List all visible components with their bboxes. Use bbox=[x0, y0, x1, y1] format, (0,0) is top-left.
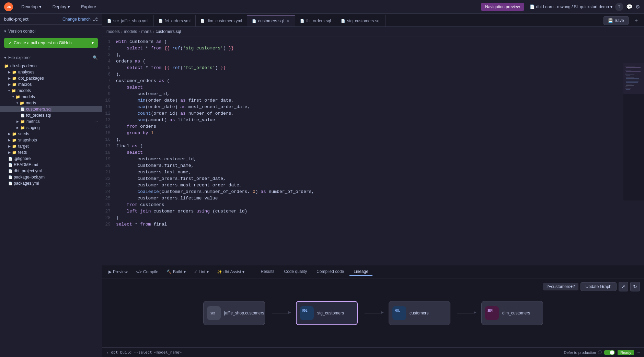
lineage-node-stg-customers[interactable]: MDL stg_customers bbox=[296, 301, 358, 325]
file-tree-item[interactable]: ▶ 📁 analyses bbox=[0, 69, 102, 75]
file-icon: 📄 bbox=[21, 114, 25, 117]
file-tree-item[interactable]: ▶ 📁 macros bbox=[0, 81, 102, 88]
preview-button[interactable]: ▶ Preview bbox=[105, 267, 131, 277]
chevron-right-icon: ▶ bbox=[8, 77, 11, 80]
chevron-down-icon: ▾ bbox=[12, 95, 14, 99]
file-tree-item[interactable]: ▾ 📁 models bbox=[0, 88, 102, 94]
results-tab[interactable]: Results bbox=[256, 268, 278, 276]
file-tree-item[interactable]: ▶ 📁 tests bbox=[0, 149, 102, 156]
folder-icon: 📁 bbox=[4, 64, 9, 68]
tab-close-icon[interactable]: ✕ bbox=[286, 19, 290, 24]
defer-toggle-switch[interactable] bbox=[604, 350, 615, 355]
folder-icon: 📁 bbox=[20, 119, 25, 124]
file-tree-item[interactable]: 📄 packages.yml bbox=[0, 180, 102, 186]
folder-icon: 📁 bbox=[12, 150, 17, 155]
chevron-right-icon: ▶ bbox=[8, 70, 11, 74]
file-tree-item[interactable]: ▶ 📁 dbt_packages bbox=[0, 75, 102, 81]
file-tree-item[interactable]: ▶ 📁 seeds bbox=[0, 131, 102, 137]
code-line: 23 customer_orders.most_recent_order_dat… bbox=[102, 183, 644, 189]
build-dropdown-icon: ▾ bbox=[184, 269, 186, 274]
lineage-tab[interactable]: Lineage bbox=[349, 268, 372, 276]
explore-nav-item[interactable]: Explore bbox=[78, 3, 99, 11]
code-editor-container: 1 with customers as ( 2 select * from {{… bbox=[102, 36, 644, 265]
file-tree-item[interactable]: 📄 README.md bbox=[0, 162, 102, 168]
change-branch-button[interactable]: Change branch bbox=[62, 17, 91, 22]
tab-fct-orders-sql[interactable]: 📄 fct_orders.sql bbox=[295, 15, 336, 26]
chevron-right-icon: ▶ bbox=[16, 120, 19, 123]
code-editor[interactable]: 1 with customers as ( 2 select * from {{… bbox=[102, 36, 644, 265]
sidebar-top: build-project Change branch ⎇ bbox=[0, 14, 102, 25]
file-tree-item[interactable]: ▶ 📁 metrics ··· bbox=[0, 118, 102, 125]
lineage-node-dim-customers[interactable]: SEM dim_customers bbox=[481, 301, 543, 325]
file-tree-item[interactable]: ▶ 📁 snapshots bbox=[0, 137, 102, 143]
build-button[interactable]: 🔨 Build ▾ bbox=[163, 267, 189, 277]
file-tree-item[interactable]: 📄 dbt_project.yml bbox=[0, 168, 102, 174]
code-line: 10 min(order_date) as first_order_date, bbox=[102, 98, 644, 104]
fct-orders-sql-item[interactable]: 📄 fct_orders.sql bbox=[0, 112, 102, 118]
help-icon[interactable]: ? bbox=[615, 3, 623, 11]
svg-rect-26 bbox=[302, 313, 306, 313]
tab-stg-customers-sql[interactable]: 📄 stg_customers.sql bbox=[336, 15, 386, 26]
add-tab-button[interactable]: + bbox=[631, 15, 641, 26]
code-line: 5 select * from {{ ref('fct_orders') }} bbox=[102, 65, 644, 72]
file-tree-item[interactable]: 📁 db-sl-qs-demo bbox=[0, 63, 102, 69]
search-icon[interactable]: 🔍 bbox=[93, 55, 98, 60]
code-line: 21 customers.last_name, bbox=[102, 170, 644, 176]
refresh-graph-button[interactable]: ↻ bbox=[630, 282, 640, 291]
tab-dim-customers-yml[interactable]: 📄 dim_customers.yml bbox=[196, 15, 247, 26]
file-explorer-section: ▾ File explorer 🔍 📁 db-sl-qs-demo ▶ 📁 an… bbox=[0, 51, 102, 357]
file-tree-item[interactable]: 📄 package-lock.yml bbox=[0, 174, 102, 180]
create-pr-button[interactable]: ↗ Create a pull request on GitHub ▾ bbox=[4, 38, 98, 48]
chevron-right-icon: ▶ bbox=[8, 145, 11, 148]
editor-area: 📄 src_jaffle_shop.yml 📄 fct_orders.yml 📄… bbox=[102, 14, 644, 357]
main-layout: build-project Change branch ⎇ ▾ Version … bbox=[0, 14, 644, 357]
file-tree-item[interactable]: 📄 .gitignore bbox=[0, 156, 102, 162]
dbt-assist-button[interactable]: ✨ dbt Assist ▾ bbox=[214, 267, 248, 277]
code-quality-tab[interactable]: Code quality bbox=[280, 268, 311, 276]
tab-fct-orders-yml[interactable]: 📄 fct_orders.yml bbox=[154, 15, 196, 26]
more-options-icon[interactable]: ··· bbox=[637, 350, 640, 355]
file-tree-item[interactable]: ▾ 📁 marts bbox=[0, 100, 102, 106]
lineage-filter-badge[interactable]: 2+customers+2 bbox=[543, 283, 578, 290]
develop-nav-item[interactable]: Develop ▾ bbox=[19, 3, 44, 11]
file-tree-item[interactable]: ▾ 📁 models bbox=[0, 94, 102, 100]
file-icon: 📄 bbox=[8, 157, 12, 161]
notifications-icon[interactable]: 💬 bbox=[626, 4, 633, 10]
status-command: dbt build --select <model_name> bbox=[111, 350, 182, 355]
code-line: 18 select bbox=[102, 150, 644, 157]
lineage-arrow: ▶ bbox=[365, 313, 382, 313]
navigation-preview-button[interactable]: Navigation preview bbox=[481, 3, 524, 11]
deploy-nav-item[interactable]: Deploy ▾ bbox=[50, 3, 73, 11]
code-line: 11 max(order_date) as most_recent_order_… bbox=[102, 104, 644, 111]
code-line: 19 customers.customer_id, bbox=[102, 157, 644, 163]
folder-icon: 📁 bbox=[20, 126, 25, 130]
more-options-icon[interactable]: ··· bbox=[94, 119, 98, 124]
lineage-node-jaffle-shop-customers[interactable]: SRC jaffle_shop.customers bbox=[203, 301, 265, 325]
folder-icon: 📁 bbox=[15, 95, 20, 99]
settings-icon[interactable]: ⚙ bbox=[635, 4, 640, 10]
save-button[interactable]: 💾 Save bbox=[603, 16, 628, 25]
chevron-right-icon: ▶ bbox=[8, 83, 11, 86]
lint-button[interactable]: ✓ Lint ▾ bbox=[191, 267, 212, 277]
dbt-logo: dbt bbox=[4, 2, 13, 11]
update-graph-button[interactable]: Update Graph bbox=[580, 282, 617, 291]
tab-customers-sql[interactable]: 📄 customers.sql ✕ bbox=[247, 15, 295, 26]
svg-rect-27 bbox=[302, 314, 308, 314]
svg-rect-28 bbox=[302, 315, 307, 315]
customers-sql-item[interactable]: 📄 customers.sql bbox=[0, 106, 102, 112]
svg-rect-38 bbox=[487, 315, 492, 315]
code-line: 8 select bbox=[102, 85, 644, 91]
file-tree-item[interactable]: ▶ 📁 target bbox=[0, 143, 102, 149]
code-line: 25 customer_orders.lifetime_value bbox=[102, 196, 644, 202]
file-tree-item[interactable]: ▶ 📁 staging bbox=[0, 125, 102, 131]
compiled-code-tab[interactable]: Compiled code bbox=[312, 268, 348, 276]
lineage-controls: 2+customers+2 Update Graph ⤢ ↻ bbox=[543, 282, 640, 291]
expand-graph-button[interactable]: ⤢ bbox=[619, 282, 628, 291]
code-line: 13 sum(amount) as lifetime_value bbox=[102, 117, 644, 124]
code-line: 26 from customers bbox=[102, 202, 644, 209]
version-control-header[interactable]: ▾ Version control bbox=[4, 27, 98, 35]
tab-src-jaffle-shop[interactable]: 📄 src_jaffle_shop.yml bbox=[102, 15, 154, 26]
up-arrow-icon: ↑ bbox=[106, 350, 108, 355]
compile-button[interactable]: </> Compile bbox=[133, 267, 162, 277]
lineage-node-customers[interactable]: MDL customers bbox=[389, 301, 450, 325]
